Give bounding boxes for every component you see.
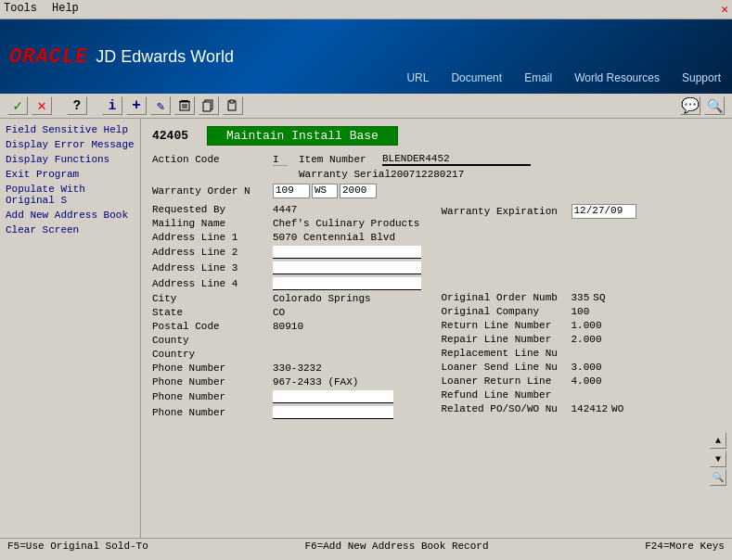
right-spacer1 [442,222,722,236]
cancel-button[interactable]: ✕ [32,96,52,115]
help-button[interactable]: ? [67,96,87,115]
f6-hint: F6=Add New Address Book Record [304,541,488,552]
item-number-value: BLENDER4452 [382,153,531,166]
address1-row: Address Line 1 5070 Centennial Blvd [152,232,432,243]
country-row: Country [152,349,432,360]
orig-order-row: Original Order Numb 335 SQ [442,292,722,303]
city-row: City Colorado Springs [152,293,432,304]
svg-rect-0 [181,100,188,101]
loaner-send-label: Loaner Send Line Nu [442,362,571,373]
delete-button[interactable] [174,96,195,115]
phone2-label: Phone Number [152,376,273,388]
phone3-label: Phone Number [152,391,273,402]
city-value: Colorado Springs [273,293,371,304]
loaner-send-value: 3.000 [571,362,602,373]
county-row: County [152,335,432,346]
sidebar-item-field-sensitive-help[interactable]: Field Sensitive Help [2,122,138,137]
related-po-label: Related PO/SO/WO Nu [442,403,571,414]
return-line-label: Return Line Number [442,320,571,331]
phone4-row: Phone Number [152,406,432,419]
nav-document[interactable]: Document [440,70,513,86]
svg-rect-7 [203,102,211,111]
check-button[interactable]: ✓ [7,96,28,115]
loaner-return-row: Loaner Return Line 4.000 [442,375,722,387]
address2-field[interactable] [273,246,421,259]
oracle-logo: ORACLE [9,45,88,69]
related-po-row: Related PO/SO/WO Nu 142412 WO [442,403,722,414]
right-spacer4 [442,274,722,289]
info-button[interactable]: i [102,96,122,115]
address2-row: Address Line 2 [152,246,432,259]
city-label: City [152,293,273,304]
add-button[interactable]: + [126,96,147,115]
repair-line-value: 2.000 [571,334,602,345]
replacement-label: Replacement Line Nu [442,348,571,359]
phone4-label: Phone Number [152,407,273,418]
nav-links: URL Document Email World Resources Suppo… [395,70,732,86]
f5-hint: F5=Use Original Sold-To [7,541,148,552]
nav-url[interactable]: URL [395,70,440,86]
scroll-controls: ▲ ▼ 🔍 [710,432,726,486]
phone3-row: Phone Number [152,390,432,403]
repair-line-row: Repair Line Number 2.000 [442,334,722,345]
warranty-exp-value[interactable]: 12/27/09 [571,204,636,219]
orig-company-value: 100 [571,306,590,317]
mailing-name-label: Mailing Name [152,218,273,229]
copy-button[interactable] [199,96,219,115]
warranty-order-ws[interactable]: WS [312,184,338,198]
sidebar-item-display-functions[interactable]: Display Functions [2,152,138,167]
address3-label: Address Line 3 [152,262,273,274]
find-button[interactable]: 🔍 [704,96,725,115]
nav-support[interactable]: Support [671,70,732,86]
jde-title: JD Edwards World [96,47,234,67]
warranty-order-year[interactable]: 2000 [340,184,377,198]
menu-bar: Tools Help ✕ [0,0,732,19]
nav-email[interactable]: Email [513,70,563,86]
sidebar-item-clear-screen[interactable]: Clear Screen [2,223,138,237]
requested-by-label: Requested By [152,204,273,215]
scroll-up-button[interactable]: ▲ [710,432,726,449]
form-title-row: 42405 Maintain Install Base [152,126,721,146]
svg-rect-9 [230,100,234,103]
warranty-order-label: Warranty Order N [152,185,273,197]
postal-value: 80910 [273,321,303,332]
edit-button[interactable]: ✎ [150,96,171,115]
orig-company-label: Original Company [442,306,571,317]
right-spacer3 [442,257,722,272]
orig-company-row: Original Company 100 [442,306,722,317]
menu-help[interactable]: Help [52,2,79,17]
zoom-button[interactable]: 🔍 [710,469,726,486]
left-column: Requested By 4447 Mailing Name Chef's Cu… [152,204,432,422]
address4-field[interactable] [273,277,421,290]
nav-world-resources[interactable]: World Resources [563,70,671,86]
status-bar: F5=Use Original Sold-To F6=Add New Addre… [0,538,732,554]
form-number: 42405 [152,129,188,143]
phone4-field[interactable] [273,406,393,419]
close-window-icon[interactable]: ✕ [721,2,728,17]
sidebar-item-add-address[interactable]: Add New Address Book [2,208,138,223]
repair-line-label: Repair Line Number [442,334,571,345]
related-po-value: 142412 [571,403,609,414]
country-label: Country [152,349,273,360]
sidebar-item-exit-program[interactable]: Exit Program [2,167,138,182]
mailing-name-row: Mailing Name Chef's Culinary Products [152,218,432,229]
address2-label: Address Line 2 [152,247,273,258]
sidebar: Field Sensitive Help Display Error Messa… [0,119,141,538]
warranty-order-number[interactable]: 109 [273,184,310,198]
phone3-field[interactable] [273,390,393,403]
scroll-down-button[interactable]: ▼ [710,451,726,467]
action-item-row: Action Code I Item Number BLENDER4452 [152,153,721,166]
menu-tools[interactable]: Tools [4,2,37,17]
chat-button[interactable]: 💬 [680,96,700,115]
action-code-label: Action Code [152,154,273,165]
return-line-value: 1.000 [571,320,602,331]
sidebar-item-populate[interactable]: Populate With Original S [2,182,138,208]
warranty-exp-row: Warranty Expiration 12/27/09 [442,204,722,219]
requested-by-value: 4447 [273,204,297,215]
address3-field[interactable] [273,261,421,274]
sidebar-item-display-error[interactable]: Display Error Message [2,137,138,152]
state-label: State [152,307,273,318]
paste-button[interactable] [223,96,243,115]
address3-row: Address Line 3 [152,261,432,274]
state-value: CO [273,307,285,318]
